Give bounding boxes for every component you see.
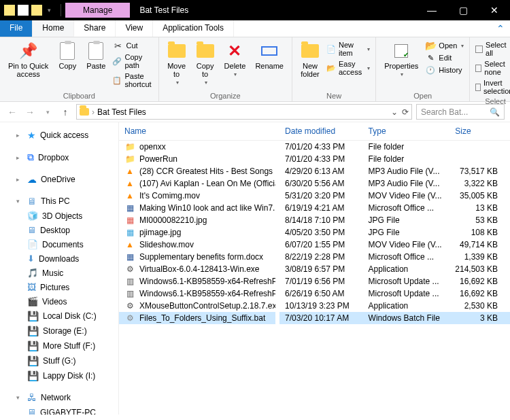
breadcrumb-segment[interactable]: Bat Test Files — [97, 107, 146, 117]
nav-this-pc[interactable]: ▾🖥This PC — [3, 194, 116, 209]
ribbon-help-icon[interactable]: ⌃ — [491, 20, 510, 37]
file-name-cell[interactable]: ▲(28) CCR Greatest Hits - Best Songs of … — [119, 165, 275, 177]
file-name-cell[interactable]: ▲Slideshow.mov — [119, 239, 275, 251]
nav-gigabyte-pc[interactable]: 🖥GIGABYTE-PC — [3, 405, 116, 415]
nav-onedrive[interactable]: ▸☁OneDrive — [3, 172, 116, 187]
nav-downloads[interactable]: ⬇Downloads — [3, 251, 116, 266]
file-name-cell[interactable]: ▥Windows6.1-KB958559-x64-RefreshPkg (... — [119, 275, 275, 287]
file-name-cell[interactable]: ▥Windows6.1-KB958559-x64-RefreshPkg.... — [119, 287, 275, 300]
file-type-cell: File folder — [363, 153, 450, 165]
nav-stuff-g[interactable]: 💾Stuff (G:) — [3, 353, 116, 368]
copy-button[interactable]: Copy — [55, 40, 80, 90]
file-row[interactable]: ▲(28) CCR Greatest Hits - Best Songs of … — [119, 165, 510, 177]
paste-shortcut-button[interactable]: 📋Paste shortcut — [112, 71, 152, 89]
select-all-button[interactable]: Select all — [475, 40, 510, 58]
new-item-button[interactable]: 📄New item▾ — [326, 40, 370, 58]
file-row[interactable]: ▥Windows6.1-KB958559-x64-RefreshPkg....6… — [119, 287, 510, 300]
nav-storage-e[interactable]: 💾Storage (E:) — [3, 323, 116, 338]
file-row[interactable]: ▲Slideshow.mov6/07/20 1:55 PMMOV Video F… — [119, 239, 510, 251]
nav-back-button[interactable]: ← — [5, 107, 19, 118]
nav-pictures[interactable]: 🖼Pictures — [3, 280, 116, 294]
open-button[interactable]: 📂Open▾ — [425, 40, 464, 51]
file-list[interactable]: Name Date modified Type Size 📁openxx7/01… — [119, 122, 510, 415]
delete-button[interactable]: ✕ Delete▾ — [222, 40, 249, 90]
tab-share[interactable]: Share — [74, 20, 116, 37]
col-name[interactable]: Name — [119, 122, 279, 141]
nav-network[interactable]: ▾🖧Network — [3, 390, 116, 405]
edit-button[interactable]: ✎Edit — [425, 52, 464, 63]
invert-selection-button[interactable]: Invert selection — [475, 78, 510, 96]
rename-icon — [260, 41, 279, 60]
refresh-button[interactable]: ⟳ — [402, 107, 409, 117]
file-name-cell[interactable]: 📁openxx — [119, 141, 275, 153]
move-to-button[interactable]: Move to▾ — [165, 40, 189, 90]
copy-to-button[interactable]: Copy to▾ — [193, 40, 218, 90]
nav-up-button[interactable]: ↑ — [58, 107, 72, 118]
file-name-cell[interactable]: ⚙VirtualBox-6.0.4-128413-Win.exe — [119, 263, 275, 275]
file-row[interactable]: ⚙Files_To_Folders_Using_Suffix.bat7/03/2… — [119, 312, 510, 324]
file-row[interactable]: ▲It's Comimg.mov5/31/20 3:20 PMMOV Video… — [119, 190, 510, 202]
col-date[interactable]: Date modified — [279, 122, 362, 141]
file-row[interactable]: 📁PowerRun7/01/20 4:33 PMFile folder — [119, 153, 510, 165]
file-name-cell[interactable]: ▦Supplementary benefits form.docx — [119, 251, 275, 263]
chevron-right-icon[interactable]: › — [92, 107, 95, 117]
file-name-cell[interactable]: ▲It's Comimg.mov — [119, 190, 275, 202]
file-name-cell[interactable]: ▲(107) Avi Kaplan - Lean On Me (Official… — [119, 177, 275, 190]
nav-local-disk-c[interactable]: 💾Local Disk (C:) — [3, 309, 116, 323]
manage-context-tab[interactable]: Manage — [65, 3, 130, 18]
qat-dropdown-icon[interactable]: ▾ — [45, 7, 54, 14]
nav-3d-objects[interactable]: 🧊3D Objects — [3, 209, 116, 223]
tab-application-tools[interactable]: Application Tools — [153, 20, 234, 37]
nav-forward-button[interactable]: → — [23, 107, 37, 118]
file-row[interactable]: ▥Windows6.1-KB958559-x64-RefreshPkg (...… — [119, 275, 510, 287]
pin-to-quick-access-button[interactable]: 📌 Pin to Quick access — [5, 40, 51, 90]
nav-videos[interactable]: 🎬Videos — [3, 294, 116, 309]
search-input[interactable]: Search Bat... 🔍 — [416, 104, 505, 120]
breadcrumb[interactable]: › Bat Test Files ⌄ ⟳ — [76, 104, 412, 120]
cut-button[interactable]: ✂Cut — [112, 40, 152, 51]
nav-recent-dropdown[interactable]: ▾ — [41, 109, 54, 116]
file-date-cell: 7/01/20 4:33 PM — [279, 141, 362, 154]
file-row[interactable]: ⚙VirtualBox-6.0.4-128413-Win.exe3/08/19 … — [119, 263, 510, 275]
exe-icon: ⚙ — [124, 264, 135, 274]
tab-view[interactable]: View — [116, 20, 153, 37]
file-name-cell[interactable]: ⚙Files_To_Folders_Using_Suffix.bat — [119, 312, 275, 324]
nav-desktop[interactable]: 🖥Desktop — [3, 223, 116, 237]
select-none-button[interactable]: Select none — [475, 59, 510, 77]
file-row[interactable]: ▦pjimage.jpg4/05/20 3:50 PMJPG File108 K… — [119, 226, 510, 239]
new-folder-button[interactable]: New folder — [298, 40, 322, 90]
file-date-cell: 6/07/20 1:55 PM — [279, 239, 362, 251]
file-row[interactable]: ▦MI0000082210.jpg8/14/18 7:10 PMJPG File… — [119, 214, 510, 226]
file-row[interactable]: ⚙XMouseButtonControlSetup.2.18.7.exe10/1… — [119, 300, 510, 312]
maximize-button[interactable]: ▢ — [447, 0, 479, 20]
file-name-cell[interactable]: ▦Making Win10 look and act like Win7.doc… — [119, 202, 275, 214]
address-dropdown-icon[interactable]: ⌄ — [391, 107, 398, 117]
file-row[interactable]: ▲(107) Avi Kaplan - Lean On Me (Official… — [119, 177, 510, 190]
history-button[interactable]: 🕐History — [425, 65, 464, 75]
nav-music[interactable]: 🎵Music — [3, 266, 116, 280]
easy-access-button[interactable]: 📂Easy access▾ — [326, 59, 370, 77]
file-name-cell[interactable]: ▦pjimage.jpg — [119, 226, 275, 239]
tab-home[interactable]: Home — [33, 20, 74, 37]
minimize-button[interactable]: — — [416, 0, 447, 20]
file-row[interactable]: 📁openxx7/01/20 4:33 PMFile folder — [119, 141, 510, 154]
properties-button[interactable]: Properties▾ — [381, 40, 421, 90]
nav-dropbox[interactable]: ▸⧉Dropbox — [3, 150, 116, 165]
file-row[interactable]: ▦Making Win10 look and act like Win7.doc… — [119, 202, 510, 214]
col-type[interactable]: Type — [363, 122, 450, 141]
col-size[interactable]: Size — [449, 122, 510, 141]
paste-button[interactable]: Paste — [84, 40, 108, 90]
tab-file[interactable]: File — [0, 20, 33, 37]
nav-documents[interactable]: 📄Documents — [3, 237, 116, 251]
close-button[interactable]: ✕ — [479, 0, 510, 20]
nav-quick-access[interactable]: ▸★Quick access — [3, 128, 116, 143]
navigation-pane[interactable]: ▸★Quick access ▸⧉Dropbox ▸☁OneDrive ▾🖥Th… — [0, 122, 119, 415]
nav-lappy-disk-i[interactable]: 💾Lappy Disk (I:) — [3, 368, 116, 383]
rename-button[interactable]: Rename — [252, 40, 286, 90]
file-row[interactable]: ▦Supplementary benefits form.docx8/22/19… — [119, 251, 510, 263]
file-name-cell[interactable]: ▦MI0000082210.jpg — [119, 214, 275, 226]
copy-path-button[interactable]: 🔗Copy path — [112, 52, 152, 70]
file-name-cell[interactable]: 📁PowerRun — [119, 153, 275, 165]
nav-more-stuff-f[interactable]: 💾More Stuff (F:) — [3, 338, 116, 353]
file-name-cell[interactable]: ⚙XMouseButtonControlSetup.2.18.7.exe — [119, 300, 275, 312]
